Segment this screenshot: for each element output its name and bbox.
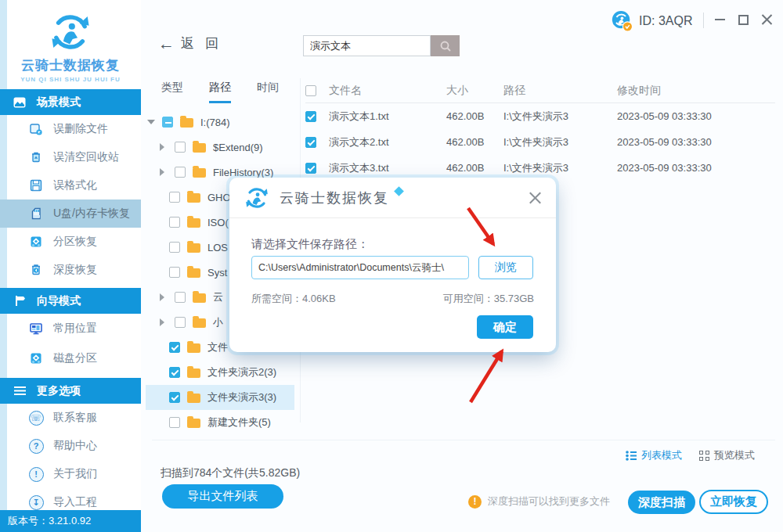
sidebar-section-more-options[interactable]: 更多选项 bbox=[0, 378, 141, 404]
available-space-value: 35.73GB bbox=[494, 293, 534, 304]
close-button[interactable] bbox=[758, 11, 775, 28]
maximize-button[interactable] bbox=[734, 11, 752, 28]
contact-support-icon bbox=[29, 411, 44, 426]
checkbox-checked[interactable] bbox=[169, 342, 180, 353]
maximize-icon bbox=[738, 15, 749, 25]
sidebar-section-scene-mode[interactable]: 场景模式 bbox=[0, 89, 141, 115]
column-header-name[interactable]: 文件名 bbox=[329, 84, 446, 98]
sidebar-item-format[interactable]: 误格式化 bbox=[0, 171, 141, 200]
folder-icon bbox=[187, 343, 200, 353]
scan-summary: 扫描到784个文件(共5.82GB) bbox=[161, 466, 300, 480]
file-name: 演示文本2.txt bbox=[329, 135, 446, 149]
preview-mode-icon bbox=[699, 451, 709, 461]
common-location-icon bbox=[28, 322, 44, 336]
expand-arrow-icon[interactable] bbox=[160, 168, 164, 176]
file-modified: 2023-05-09 03:33:30 bbox=[617, 136, 766, 148]
tree-item-label: 云 bbox=[213, 290, 223, 304]
file-path: I:\文件夹演示3 bbox=[503, 135, 617, 149]
version-label: 版本号：3.21.0.92 bbox=[0, 510, 141, 532]
tree-item-label: 文件 bbox=[207, 340, 228, 354]
tree-item[interactable]: 新建文件夹(5) bbox=[146, 410, 294, 435]
recover-now-button[interactable]: 立即恢复 bbox=[699, 490, 768, 514]
list-mode-button[interactable]: 列表模式 bbox=[626, 448, 682, 462]
tab-time[interactable]: 时间 bbox=[257, 81, 279, 103]
divider bbox=[152, 440, 775, 440]
checkbox[interactable] bbox=[169, 217, 180, 228]
divider bbox=[703, 13, 704, 28]
expand-arrow-icon[interactable] bbox=[160, 318, 164, 326]
column-header-modified[interactable]: 修改时间 bbox=[617, 84, 766, 98]
checkbox[interactable] bbox=[175, 292, 186, 303]
export-file-list-button[interactable]: 导出文件列表 bbox=[162, 484, 283, 509]
column-header-size[interactable]: 大小 bbox=[446, 84, 503, 98]
sidebar-item-deep-recovery[interactable]: 深度恢复 bbox=[0, 256, 141, 284]
tree-item-label: GHO bbox=[207, 192, 231, 203]
sidebar-item-common-locations[interactable]: 常用位置 bbox=[0, 314, 141, 343]
tree-item-selected[interactable]: 文件夹演示3(3) bbox=[146, 385, 294, 410]
checkbox-checked[interactable] bbox=[169, 392, 180, 403]
search-input[interactable] bbox=[303, 35, 431, 56]
checkbox-checked[interactable] bbox=[169, 367, 180, 378]
sidebar-item-label: U盘/内存卡恢复 bbox=[53, 207, 130, 221]
checkbox[interactable] bbox=[169, 242, 180, 253]
save-path-input[interactable] bbox=[251, 256, 469, 279]
confirm-button[interactable]: 确定 bbox=[477, 315, 533, 339]
scene-mode-icon bbox=[13, 97, 27, 108]
tree-item[interactable]: 文件夹演示2(3) bbox=[146, 360, 294, 385]
column-header-path[interactable]: 路径 bbox=[503, 84, 617, 98]
sidebar-item-label: 帮助中心 bbox=[53, 439, 97, 453]
checkbox-partial[interactable] bbox=[162, 117, 173, 128]
preview-mode-button[interactable]: 预览模式 bbox=[699, 448, 755, 462]
tree-item-root[interactable]: I:(784) bbox=[146, 110, 294, 135]
format-icon bbox=[28, 178, 44, 192]
sidebar-item-disk-partitions[interactable]: 磁盘分区 bbox=[0, 343, 141, 373]
select-all-checkbox[interactable] bbox=[305, 85, 316, 96]
expand-arrow-icon[interactable] bbox=[160, 143, 164, 151]
sidebar-item-contact-support[interactable]: 联系客服 bbox=[0, 404, 141, 432]
app-logo-title: 云骑士数据恢复 bbox=[21, 56, 120, 74]
recycle-bin-icon bbox=[28, 150, 44, 164]
checkbox[interactable] bbox=[169, 417, 180, 428]
sidebar-item-partition-recovery[interactable]: 分区恢复 bbox=[0, 228, 141, 256]
checkbox[interactable] bbox=[169, 192, 180, 203]
wizard-mode-icon bbox=[13, 295, 27, 307]
tab-path[interactable]: 路径 bbox=[209, 81, 231, 103]
checkbox[interactable] bbox=[175, 317, 186, 328]
back-button[interactable]: ← 返回 bbox=[158, 34, 229, 52]
file-path: I:\文件夹演示3 bbox=[503, 161, 617, 175]
sidebar-item-deleted-file[interactable]: 误删除文件 bbox=[0, 115, 141, 143]
tree-item-label: 新建文件夹(5) bbox=[207, 415, 271, 430]
table-row[interactable]: 演示文本1.txt 462.00B I:\文件夹演示3 2023-05-09 0… bbox=[305, 103, 775, 129]
minimize-button[interactable] bbox=[711, 11, 728, 28]
tree-item[interactable]: $Extend(9) bbox=[146, 135, 294, 160]
deep-scan-button[interactable]: 深度扫描 bbox=[628, 491, 695, 514]
sidebar-item-usb-sdcard-recovery[interactable]: U盘/内存卡恢复 bbox=[0, 200, 141, 228]
expand-arrow-icon[interactable] bbox=[160, 293, 164, 301]
minimize-icon bbox=[715, 19, 725, 20]
tab-type[interactable]: 类型 bbox=[161, 81, 183, 103]
folder-icon bbox=[180, 118, 193, 128]
sidebar-section-wizard-mode[interactable]: 向导模式 bbox=[0, 288, 141, 314]
sidebar-item-label: 误删除文件 bbox=[53, 122, 108, 136]
checkbox-checked[interactable] bbox=[305, 111, 316, 122]
tree-tabs: 类型 路径 时间 bbox=[161, 81, 287, 103]
folder-icon bbox=[193, 318, 206, 328]
checkbox-checked[interactable] bbox=[305, 163, 316, 174]
help-center-icon bbox=[29, 439, 44, 454]
sidebar-item-recycle-bin[interactable]: 误清空回收站 bbox=[0, 143, 141, 171]
sidebar-item-about-us[interactable]: 关于我们 bbox=[0, 460, 141, 488]
checkbox[interactable] bbox=[169, 267, 180, 278]
browse-button[interactable]: 浏览 bbox=[478, 256, 533, 279]
sidebar-section-label: 场景模式 bbox=[37, 95, 81, 110]
available-space-label: 可用空间： bbox=[443, 293, 494, 304]
checkbox[interactable] bbox=[175, 167, 186, 178]
search-button[interactable] bbox=[431, 35, 460, 56]
tree-item-label: LOS bbox=[207, 242, 228, 253]
tree-item-label: 文件夹演示3(3) bbox=[207, 390, 276, 404]
sidebar-item-help-center[interactable]: 帮助中心 bbox=[0, 432, 141, 460]
dialog-close-button[interactable] bbox=[528, 191, 542, 205]
collapse-arrow-icon[interactable] bbox=[147, 120, 155, 124]
table-row[interactable]: 演示文本2.txt 462.00B I:\文件夹演示3 2023-05-09 0… bbox=[305, 129, 775, 155]
checkbox[interactable] bbox=[175, 142, 186, 153]
checkbox-checked[interactable] bbox=[305, 137, 316, 148]
